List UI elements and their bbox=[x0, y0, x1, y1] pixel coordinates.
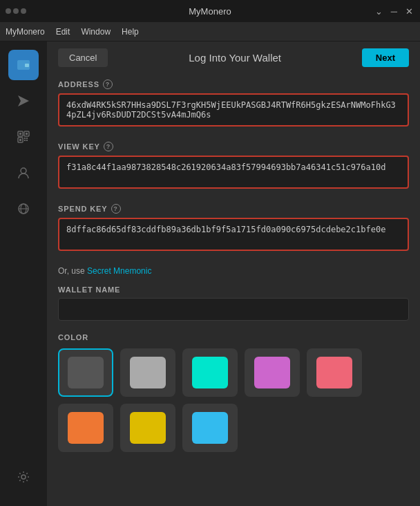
title-bar-left bbox=[6, 8, 26, 14]
spendkey-field-group: SPEND KEY ? 8dffac86d65df83cddfb89a36db1… bbox=[58, 204, 409, 263]
menu-edit[interactable]: Edit bbox=[56, 27, 70, 37]
color-swatch-inner-pink bbox=[316, 357, 352, 388]
title-bar: MyMonero ⌄ ─ ✕ bbox=[0, 0, 420, 22]
close-button[interactable]: ✕ bbox=[404, 6, 414, 17]
color-grid bbox=[58, 348, 409, 452]
walletname-field-group: WALLET NAME anubitux bbox=[58, 285, 409, 330]
color-field-group: COLOR bbox=[58, 333, 409, 452]
dot-2 bbox=[13, 8, 19, 14]
color-swatch-purple[interactable] bbox=[245, 348, 300, 397]
color-swatch-cyan[interactable] bbox=[182, 404, 238, 452]
svg-marker-2 bbox=[18, 95, 29, 106]
svg-rect-9 bbox=[24, 138, 26, 139]
cancel-button[interactable]: Cancel bbox=[58, 48, 108, 67]
viewkey-input[interactable]: f31a8c44f1aa9873828548c261920634a83f5799… bbox=[58, 156, 409, 189]
address-field-group: ADDRESS ? 46xdW4RK5kSR7HHsa9DSL7F3rgKH5W… bbox=[58, 79, 409, 139]
color-swatch-inner-dark-gray bbox=[68, 357, 104, 388]
app-title: MyMonero bbox=[189, 6, 231, 17]
sidebar-item-network[interactable] bbox=[8, 194, 39, 224]
svg-point-17 bbox=[21, 475, 26, 479]
dot-3 bbox=[21, 8, 26, 14]
color-swatch-teal[interactable] bbox=[182, 348, 238, 397]
menu-help[interactable]: Help bbox=[122, 27, 139, 37]
top-bar: Cancel Log Into Your Wallet Next bbox=[47, 41, 420, 74]
form-area: ADDRESS ? 46xdW4RK5kSR7HHsa9DSL7F3rgKH5W… bbox=[47, 74, 420, 506]
mnemonic-link-row: Or, use Secret Mnemonic bbox=[58, 266, 409, 276]
sidebar-item-send[interactable] bbox=[8, 86, 39, 116]
main-layout: Cancel Log Into Your Wallet Next ADDRESS… bbox=[0, 41, 420, 506]
svg-rect-1 bbox=[25, 64, 29, 67]
color-swatch-inner-yellow bbox=[130, 412, 166, 444]
svg-rect-10 bbox=[26, 138, 28, 139]
color-swatch-orange[interactable] bbox=[58, 404, 113, 452]
viewkey-field-group: VIEW KEY ? f31a8c44f1aa9873828548c261920… bbox=[58, 142, 409, 201]
minimize-button[interactable]: ─ bbox=[390, 6, 399, 17]
mnemonic-link[interactable]: Secret Mnemonic bbox=[87, 266, 151, 276]
dot-1 bbox=[6, 8, 11, 14]
title-bar-controls: ⌄ ─ ✕ bbox=[374, 6, 414, 17]
next-button[interactable]: Next bbox=[362, 48, 409, 67]
svg-point-13 bbox=[21, 168, 26, 174]
viewkey-label: VIEW KEY ? bbox=[58, 142, 409, 151]
address-help-icon[interactable]: ? bbox=[103, 79, 113, 89]
color-swatch-yellow[interactable] bbox=[120, 404, 175, 452]
viewkey-help-icon[interactable]: ? bbox=[104, 142, 113, 151]
svg-rect-6 bbox=[19, 133, 21, 135]
sidebar-item-wallet[interactable] bbox=[8, 50, 39, 80]
color-swatch-inner-light-gray bbox=[130, 357, 166, 388]
sidebar-item-settings[interactable] bbox=[8, 462, 39, 492]
sidebar bbox=[0, 41, 47, 506]
svg-rect-12 bbox=[26, 140, 28, 141]
address-label: ADDRESS ? bbox=[58, 79, 409, 89]
color-swatch-light-gray[interactable] bbox=[120, 348, 175, 397]
content-area: Cancel Log Into Your Wallet Next ADDRESS… bbox=[47, 41, 420, 506]
spendkey-label: SPEND KEY ? bbox=[58, 204, 409, 214]
color-swatch-inner-cyan bbox=[192, 412, 228, 444]
page-title: Log Into Your Wallet bbox=[189, 52, 281, 64]
svg-rect-11 bbox=[24, 140, 26, 141]
color-swatch-inner-purple bbox=[254, 357, 290, 388]
walletname-input[interactable]: anubitux bbox=[58, 298, 409, 321]
color-swatch-pink[interactable] bbox=[307, 348, 362, 397]
svg-rect-7 bbox=[26, 133, 28, 135]
menu-bar: MyMonero Edit Window Help bbox=[0, 22, 420, 41]
color-swatch-dark-gray[interactable] bbox=[58, 348, 113, 397]
address-input[interactable]: 46xdW4RK5kSR7HHsa9DSL7F3rgKH5WjEEUkPASGB… bbox=[58, 93, 409, 126]
chevron-down-button[interactable]: ⌄ bbox=[374, 6, 384, 17]
spendkey-input[interactable]: 8dffac86d65df83cddfb89a36db1bf9f5a1715fd… bbox=[58, 218, 409, 251]
title-bar-dots bbox=[6, 8, 26, 14]
sidebar-bottom bbox=[8, 462, 39, 498]
spendkey-help-icon[interactable]: ? bbox=[111, 204, 121, 214]
color-swatch-inner-orange bbox=[68, 412, 104, 444]
svg-rect-8 bbox=[19, 139, 21, 141]
color-swatch-inner-teal bbox=[192, 357, 228, 388]
menu-mymonero[interactable]: MyMonero bbox=[6, 27, 45, 37]
sidebar-item-qr[interactable] bbox=[8, 122, 39, 152]
color-label: COLOR bbox=[58, 333, 409, 341]
menu-window[interactable]: Window bbox=[81, 27, 111, 37]
sidebar-item-contacts[interactable] bbox=[8, 158, 39, 188]
walletname-label: WALLET NAME bbox=[58, 285, 409, 294]
